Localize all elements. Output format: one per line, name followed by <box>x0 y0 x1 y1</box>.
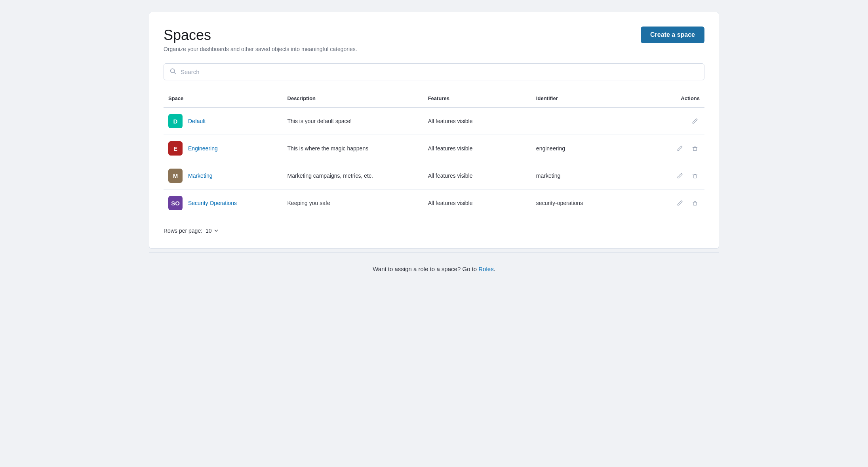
identifier-cell: engineering <box>531 135 651 162</box>
svg-rect-2 <box>693 148 697 151</box>
pencil-icon <box>692 118 698 124</box>
col-header-actions: Actions <box>650 91 704 107</box>
edit-button[interactable] <box>690 116 700 126</box>
space-name-link[interactable]: Marketing <box>188 173 212 179</box>
col-header-space: Space <box>164 91 283 107</box>
create-space-button[interactable]: Create a space <box>641 27 704 43</box>
svg-rect-3 <box>693 175 697 178</box>
space-name-link[interactable]: Default <box>188 118 206 124</box>
features-cell: All features visible <box>423 107 531 135</box>
rows-per-page-label: Rows per page: <box>164 228 202 234</box>
col-header-identifier: Identifier <box>531 91 651 107</box>
space-cell: SO Security Operations <box>164 190 283 217</box>
description-cell: Keeping you safe <box>283 190 423 217</box>
space-avatar: D <box>168 114 183 128</box>
table-header-row: Space Description Features Identifier Ac… <box>164 91 704 107</box>
pencil-icon <box>677 200 683 206</box>
space-cell: D Default <box>164 107 283 135</box>
description-cell: Marketing campaigns, metrics, etc. <box>283 162 423 190</box>
search-bar <box>164 63 704 80</box>
description-cell: This is your default space! <box>283 107 423 135</box>
header-row: Spaces Organize your dashboards and othe… <box>164 27 704 52</box>
footer-text: Want to assign a role to a space? Go to <box>373 266 478 272</box>
rows-per-page-row: Rows per page: 10 <box>164 224 704 234</box>
features-cell: All features visible <box>423 162 531 190</box>
col-header-features: Features <box>423 91 531 107</box>
trash-icon <box>692 200 698 206</box>
edit-button[interactable] <box>675 171 685 180</box>
divider <box>149 252 719 253</box>
delete-button[interactable] <box>690 171 700 180</box>
col-header-description: Description <box>283 91 423 107</box>
pencil-icon <box>677 145 683 152</box>
svg-line-1 <box>174 72 175 74</box>
edit-button[interactable] <box>675 198 685 208</box>
identifier-cell: security-operations <box>531 190 651 217</box>
chevron-down-icon <box>213 228 219 234</box>
delete-button[interactable] <box>690 198 700 208</box>
rows-per-page-value: 10 <box>206 228 212 234</box>
space-avatar: SO <box>168 196 183 210</box>
spaces-table: Space Description Features Identifier Ac… <box>164 91 704 216</box>
search-input[interactable] <box>181 68 699 75</box>
actions-cell <box>650 135 704 162</box>
page-subtitle: Organize your dashboards and other saved… <box>164 46 357 52</box>
pencil-icon <box>677 173 683 179</box>
table-row: D Default This is your default space!All… <box>164 107 704 135</box>
actions-cell <box>650 190 704 217</box>
delete-button[interactable] <box>690 144 700 153</box>
identifier-cell: marketing <box>531 162 651 190</box>
footer-text-end: . <box>494 266 495 272</box>
features-cell: All features visible <box>423 135 531 162</box>
table-row: SO Security Operations Keeping you safeA… <box>164 190 704 217</box>
space-avatar: M <box>168 169 183 183</box>
roles-link[interactable]: Roles <box>478 266 493 272</box>
page-title: Spaces <box>164 27 357 44</box>
edit-button[interactable] <box>675 144 685 153</box>
table-row: E Engineering This is where the magic ha… <box>164 135 704 162</box>
svg-rect-4 <box>693 202 697 205</box>
description-cell: This is where the magic happens <box>283 135 423 162</box>
trash-icon <box>692 173 698 179</box>
rows-per-page-dropdown[interactable]: 10 <box>206 228 219 234</box>
bottom-banner: Want to assign a role to a space? Go to … <box>373 266 495 272</box>
actions-cell <box>650 162 704 190</box>
space-cell: M Marketing <box>164 162 283 190</box>
features-cell: All features visible <box>423 190 531 217</box>
space-avatar: E <box>168 141 183 156</box>
spaces-card: Spaces Organize your dashboards and othe… <box>149 12 719 249</box>
actions-cell <box>650 107 704 135</box>
search-icon <box>169 68 177 76</box>
space-cell: E Engineering <box>164 135 283 162</box>
space-name-link[interactable]: Engineering <box>188 145 218 152</box>
table-row: M Marketing Marketing campaigns, metrics… <box>164 162 704 190</box>
header-text: Spaces Organize your dashboards and othe… <box>164 27 357 52</box>
identifier-cell <box>531 107 651 135</box>
space-name-link[interactable]: Security Operations <box>188 200 237 206</box>
trash-icon <box>692 145 698 152</box>
